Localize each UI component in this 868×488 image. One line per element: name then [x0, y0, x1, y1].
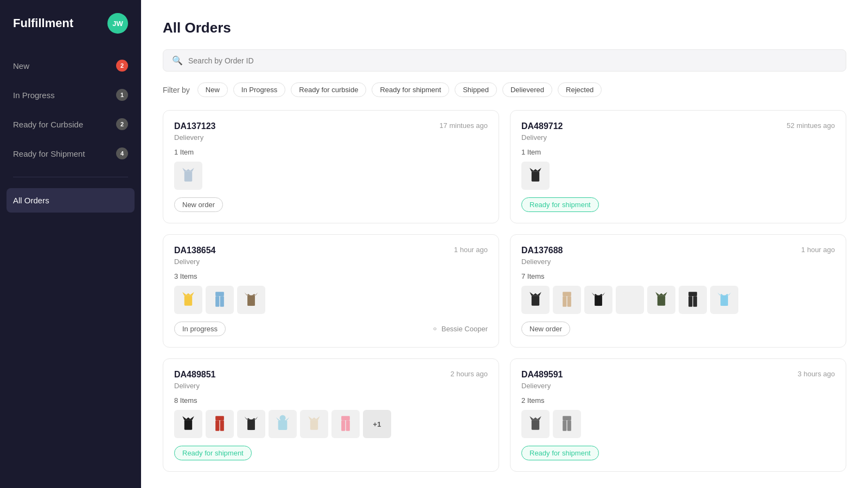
orders-grid: DA137123 17 mintues ago Delievery 1 Item… — [163, 110, 846, 472]
order-card[interactable]: DA489591 3 hours ago Delievery 2 Items R… — [510, 358, 846, 472]
filter-shipped[interactable]: Shipped — [455, 82, 497, 97]
sidebar-item-in-progress[interactable]: In Progress 1 — [0, 81, 141, 108]
svg-rect-43 — [250, 420, 253, 430]
filter-ready-curbside[interactable]: Ready for curbside — [291, 82, 366, 97]
sidebar-item-ready-curbside[interactable]: Ready for Curbside 2 — [0, 111, 141, 138]
sidebar-item-new[interactable]: New 2 — [0, 52, 141, 79]
order-type: Delievery — [521, 382, 835, 390]
item-image — [237, 410, 265, 438]
main-content: All Orders 🔍 Filter by New In Progress R… — [141, 0, 868, 488]
svg-rect-13 — [532, 296, 539, 306]
order-card-header: DA489712 52 mintues ago — [521, 121, 835, 131]
new-badge: 2 — [116, 60, 128, 72]
search-input[interactable] — [188, 56, 837, 65]
svg-marker-42 — [252, 416, 258, 420]
svg-marker-3 — [529, 168, 541, 172]
filter-ready-shipment[interactable]: Ready for shipment — [372, 82, 449, 97]
sidebar-item-ready-shipment[interactable]: Ready for Shipment 4 — [0, 140, 141, 167]
svg-marker-20 — [599, 292, 605, 296]
svg-marker-5 — [182, 292, 194, 296]
svg-rect-53 — [532, 420, 539, 430]
item-image — [710, 286, 738, 314]
sidebar-item-all-orders-label: All Orders — [13, 196, 49, 205]
svg-marker-46 — [276, 418, 280, 421]
order-card[interactable]: DA137688 1 hour ago Delievery 7 Items Ne… — [510, 234, 846, 348]
user-icon: ⚬ — [431, 324, 438, 334]
svg-rect-2 — [532, 172, 539, 182]
order-card-header: DA138654 1 hour ago — [174, 246, 488, 255]
sidebar-header: Fulfillment JW — [0, 13, 141, 51]
order-card[interactable]: DA138654 1 hour ago Delivery 3 Items In … — [163, 234, 499, 348]
search-icon: 🔍 — [172, 55, 183, 66]
status-badge: Ready for shipment — [521, 197, 599, 212]
order-id: DA489591 — [521, 370, 563, 380]
filter-new[interactable]: New — [197, 82, 228, 97]
svg-marker-36 — [182, 416, 194, 420]
sidebar-item-new-label: New — [13, 61, 29, 70]
order-card-header: DA137123 17 mintues ago — [174, 121, 488, 131]
sidebar-item-all-orders[interactable]: All Orders — [7, 188, 135, 213]
svg-rect-6 — [215, 292, 224, 296]
svg-marker-14 — [529, 292, 541, 296]
svg-marker-54 — [529, 416, 541, 420]
order-id: DA137688 — [521, 246, 563, 255]
svg-rect-35 — [184, 420, 192, 430]
order-type: Delivery — [174, 258, 488, 266]
order-images: +1 — [174, 410, 488, 438]
order-id: DA489712 — [521, 121, 563, 131]
filter-delievered[interactable]: Delievered — [502, 82, 552, 97]
svg-rect-15 — [563, 292, 571, 296]
svg-rect-55 — [563, 416, 571, 420]
order-card[interactable]: DA489851 2 hours ago Delivery 8 Items +1… — [163, 358, 499, 472]
svg-marker-11 — [252, 292, 258, 296]
svg-rect-57 — [567, 420, 571, 431]
item-image — [174, 410, 202, 438]
order-type: Delievery — [521, 258, 835, 266]
item-image — [584, 286, 612, 314]
svg-marker-49 — [308, 416, 320, 420]
order-id: DA137123 — [174, 121, 216, 131]
filter-in-progress[interactable]: In Progress — [233, 82, 285, 97]
page-title: All Orders — [163, 20, 846, 36]
svg-rect-16 — [563, 296, 566, 307]
order-images — [174, 162, 488, 190]
svg-rect-52 — [346, 420, 350, 431]
order-type: Delievery — [174, 133, 488, 142]
svg-rect-50 — [341, 416, 350, 420]
svg-point-45 — [279, 415, 285, 421]
order-footer: Ready for shipment — [521, 197, 835, 212]
svg-rect-26 — [658, 296, 665, 306]
order-items-label: 3 Items — [174, 272, 488, 280]
svg-marker-33 — [725, 292, 731, 296]
svg-rect-0 — [184, 172, 192, 182]
filter-rejected[interactable]: Rejected — [558, 82, 602, 97]
svg-rect-37 — [215, 416, 224, 420]
item-image — [553, 410, 581, 438]
app-title: Fulfillment — [13, 16, 73, 30]
order-images — [521, 162, 835, 190]
avatar[interactable]: JW — [107, 13, 128, 34]
svg-marker-25 — [633, 293, 637, 297]
order-time: 1 hour ago — [801, 246, 835, 254]
svg-rect-21 — [597, 296, 600, 306]
svg-rect-12 — [250, 296, 253, 306]
nav-divider — [13, 177, 128, 177]
in-progress-badge: 1 — [116, 89, 128, 101]
order-card[interactable]: DA137123 17 mintues ago Delievery 1 Item… — [163, 110, 499, 223]
item-image — [300, 410, 328, 438]
order-images — [521, 410, 835, 438]
status-badge: Ready for shipment — [521, 446, 599, 460]
item-image — [174, 162, 202, 190]
search-bar: 🔍 — [163, 49, 846, 72]
item-img-more: +1 — [363, 410, 391, 438]
order-time: 17 mintues ago — [439, 121, 488, 130]
order-id: DA138654 — [174, 246, 216, 255]
item-image — [269, 410, 297, 438]
svg-rect-38 — [215, 420, 219, 431]
order-items-label: 1 Item — [521, 148, 835, 156]
svg-rect-34 — [723, 296, 726, 306]
svg-rect-51 — [341, 420, 345, 431]
assignee: ⚬ Bessie Cooper — [431, 324, 488, 334]
svg-rect-29 — [688, 296, 692, 307]
order-card[interactable]: DA489712 52 mintues ago Delivery 1 Item … — [510, 110, 846, 223]
